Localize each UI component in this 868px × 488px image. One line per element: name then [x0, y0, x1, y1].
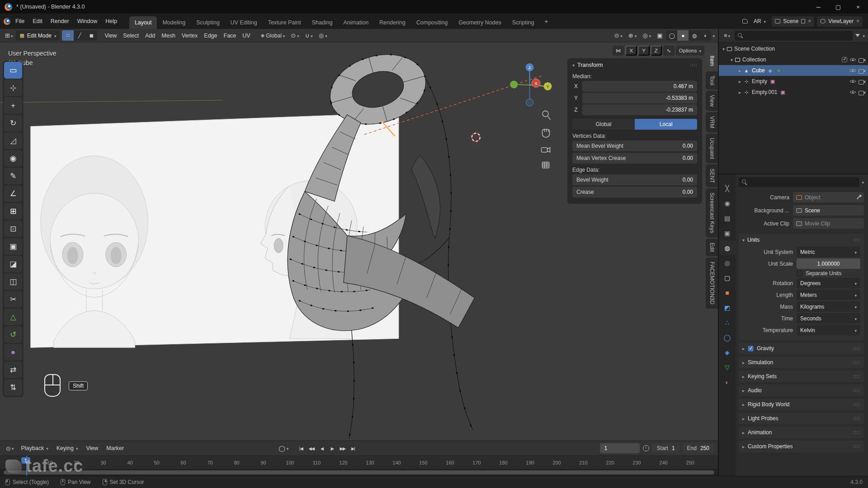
tool-edge-slide[interactable]: ⇄	[4, 361, 22, 378]
vertex-select-button[interactable]: ∷	[62, 30, 74, 41]
jump-to-start-button[interactable]: |◀	[296, 443, 306, 453]
play-reverse-button[interactable]: ◀	[317, 443, 326, 453]
close-button[interactable]: ×	[848, 0, 868, 14]
workspace-tab-compositing[interactable]: Compositing	[411, 16, 453, 29]
background-scene-field[interactable]: Scene	[793, 205, 864, 216]
workspace-tab-shading[interactable]: Shading	[307, 16, 338, 29]
section-rigid-body-world[interactable]: Rigid Body World	[739, 399, 864, 410]
tool-properties-tab[interactable]: ╳	[719, 181, 736, 196]
timeline-ruler[interactable]: 10 20 30 40 50 60 70 80 90 100 110 120 1…	[0, 455, 718, 469]
timeline-editor-type-selector[interactable]: ⊙	[4, 444, 15, 453]
current-frame-field[interactable]: 1	[600, 443, 640, 453]
chevron-right-icon[interactable]	[739, 89, 741, 95]
playhead[interactable]: 1	[24, 456, 30, 469]
section-audio[interactable]: Audio	[739, 385, 864, 396]
workspace-tab-rendering[interactable]: Rendering	[374, 16, 411, 29]
maximize-button[interactable]: ▢	[828, 0, 848, 14]
unit-scale-field[interactable]: 1.000000	[797, 258, 860, 269]
viewport-menu-mesh[interactable]: Mesh	[158, 31, 179, 41]
viewlayer-selector[interactable]: ViewLayer ×	[817, 16, 863, 27]
view-layer-properties-tab[interactable]: ▣	[719, 225, 736, 240]
time-dropdown[interactable]: Seconds	[797, 313, 860, 324]
wireframe-shading-button[interactable]: ◯	[666, 30, 677, 41]
material-shading-button[interactable]: ◍	[689, 30, 700, 41]
sidebar-tab-sent[interactable]: SENT	[706, 164, 718, 187]
mirror-y-button[interactable]: Y	[638, 46, 650, 56]
workspace-tab-texture-paint[interactable]: Texture Paint	[263, 16, 307, 29]
add-workspace-button[interactable]: +	[540, 17, 552, 26]
tool-shrink-fatten[interactable]: ⇅	[4, 379, 22, 396]
frame-start-field[interactable]: Start 1	[652, 443, 679, 453]
falloff-icon[interactable]: ∿	[663, 46, 675, 56]
eye-icon[interactable]	[849, 67, 856, 74]
output-properties-tab[interactable]: ▤	[719, 211, 736, 225]
blender-menu-icon[interactable]	[4, 18, 10, 25]
edge-select-button[interactable]: ╱	[74, 30, 85, 41]
tool-poly-build[interactable]: △	[4, 309, 22, 325]
viewport-menu-add[interactable]: Add	[142, 31, 158, 41]
particles-properties-tab[interactable]: ∴	[719, 315, 736, 330]
tool-knife[interactable]: ✂	[4, 291, 22, 308]
mirror-x-button[interactable]: X	[625, 46, 637, 56]
chevron-down-icon[interactable]	[287, 445, 289, 451]
sidebar-tab-screencast-keys[interactable]: Screencast Keys	[706, 188, 718, 237]
ar-dropdown[interactable]: AR	[750, 16, 769, 27]
workspace-tab-animation[interactable]: Animation	[338, 16, 374, 29]
jump-to-end-button[interactable]: ▶|	[348, 443, 358, 453]
rendered-shading-button[interactable]: ◐	[700, 30, 711, 41]
menu-file[interactable]: File	[11, 16, 28, 26]
outliner-row-empty-001[interactable]: ⊹ Empty.001 ▣	[719, 87, 868, 98]
mirror-icon[interactable]: ⋈	[613, 46, 624, 56]
section-checkbox[interactable]	[748, 346, 754, 352]
median-x-field[interactable]: 0.467 m	[582, 81, 697, 92]
scene-selector[interactable]: Scene ×	[772, 16, 814, 27]
camera-render-icon[interactable]	[859, 79, 865, 84]
tool-select-box[interactable]: ▭	[4, 62, 22, 79]
sidebar-tab-ucupaint[interactable]: Ucupaint	[706, 134, 718, 163]
menu-render[interactable]: Render	[47, 16, 73, 26]
menu-help[interactable]: Help	[101, 16, 121, 26]
viewport-menu-uv[interactable]: UV	[239, 31, 253, 41]
outliner-row-cube[interactable]: ▲ Cube ◈ ▼	[719, 65, 868, 76]
material-properties-tab[interactable]: ◐	[719, 375, 736, 389]
viewport-menu-view[interactable]: View	[101, 31, 120, 41]
sidebar-tab-item[interactable]: Item	[706, 52, 718, 70]
workspace-tab-uv-editing[interactable]: UV Editing	[225, 16, 263, 29]
frame-end-field[interactable]: End 250	[683, 443, 714, 453]
timeline-scrollbar[interactable]	[0, 469, 718, 476]
median-y-field[interactable]: -0.53383 m	[582, 93, 697, 103]
snap-toggle[interactable]: ∪	[303, 31, 315, 40]
eye-icon[interactable]	[849, 56, 856, 63]
section-custom-properties[interactable]: Custom Properties	[739, 441, 864, 452]
collection-checkbox[interactable]	[842, 57, 847, 62]
viewport-3d[interactable]: Z Y X	[0, 42, 718, 441]
next-keyframe-button[interactable]: ▶▶	[338, 443, 347, 453]
length-dropdown[interactable]: Meters	[797, 290, 860, 300]
global-button[interactable]: Global	[572, 119, 635, 130]
chevron-down-icon[interactable]	[722, 46, 725, 52]
workspace-tab-scripting[interactable]: Scripting	[507, 16, 540, 29]
viewport-menu-edge[interactable]: Edge	[201, 31, 220, 41]
visibility-dropdown[interactable]: ⊙	[612, 31, 624, 40]
gizmos-dropdown[interactable]: ⊕	[626, 31, 639, 40]
timeline-menu-marker[interactable]: Marker	[102, 443, 128, 453]
local-button[interactable]: Local	[635, 119, 697, 130]
viewport-menu-vertex[interactable]: Vertex	[179, 31, 201, 41]
tool-add-cube[interactable]: ⊞	[4, 203, 22, 220]
tool-spin[interactable]: ↺	[4, 326, 22, 343]
rotation-dropdown[interactable]: Degrees	[797, 278, 860, 288]
chevron-down-icon[interactable]	[742, 237, 745, 243]
tool-cursor[interactable]: ⊹	[4, 80, 22, 96]
editor-type-selector[interactable]: ⊞	[3, 31, 14, 40]
camera-field[interactable]: Object	[793, 192, 864, 202]
face-select-button[interactable]: ◼	[85, 30, 97, 41]
tool-smooth[interactable]: ●	[4, 344, 22, 361]
sidebar-tab-vrm[interactable]: VRM	[706, 112, 718, 132]
mirror-z-button[interactable]: Z	[651, 46, 662, 56]
data-properties-tab[interactable]: ▽	[719, 360, 736, 375]
section-light-probes[interactable]: Light Probes	[739, 413, 864, 424]
proportional-editing-toggle[interactable]: ◎	[316, 31, 330, 40]
outliner-editor-type-selector[interactable]: ≡	[722, 31, 732, 40]
pivot-point-dropdown[interactable]: ⊙	[288, 31, 301, 40]
chevron-down-icon[interactable]	[863, 33, 865, 39]
